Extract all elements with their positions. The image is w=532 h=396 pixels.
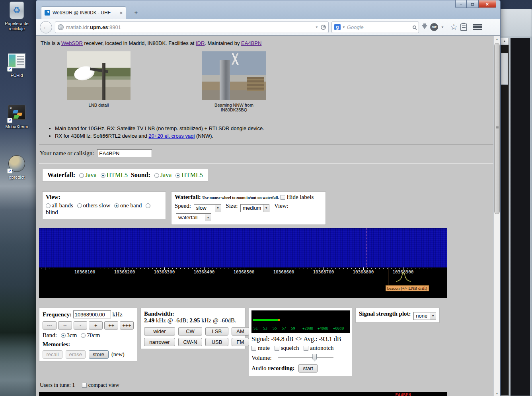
sound-java-radio[interactable]	[154, 173, 159, 178]
band-70cm-radio[interactable]	[81, 333, 86, 338]
step-up-1-button[interactable]: +	[89, 321, 103, 330]
scroll-up-icon[interactable]: ▲	[494, 36, 500, 42]
desktop-icon-recycle-bin[interactable]: ♻ Papelera de reciclaje	[1, 2, 32, 31]
cw-button[interactable]: CW	[178, 327, 202, 336]
google-engine-icon[interactable]: g	[334, 24, 341, 30]
speed-select[interactable]: slow▼	[194, 204, 221, 212]
audio-option-checkboxes: mute squelch autonotch	[251, 345, 350, 351]
view-options-box: View: all bands others slow one band bli…	[42, 191, 166, 219]
background-window-scrollbar[interactable]: ▲	[500, 38, 509, 396]
am-button[interactable]: AM	[232, 327, 249, 336]
hamburger-menu-icon[interactable]	[473, 24, 482, 30]
waterfall-java-radio[interactable]	[79, 173, 84, 178]
tab-websdr[interactable]: WebSDR @ IN80DK - UHF ×	[41, 6, 126, 19]
compact-view-checkbox[interactable]	[82, 383, 87, 388]
search-bar[interactable]: g ▼ Google	[331, 21, 419, 33]
desktop-icon-gpredict[interactable]: ↗ gpredict	[1, 155, 32, 180]
erase-button[interactable]: erase	[66, 350, 86, 359]
band-3cm-label: 3cm	[67, 332, 77, 338]
step-down-2-button[interactable]: --	[58, 321, 72, 330]
site-identity-globe-icon[interactable]	[58, 24, 64, 30]
lsb-button[interactable]: LSB	[205, 327, 228, 336]
background-window-toolbar	[496, 9, 532, 37]
url-bar[interactable]: matlab.idr.upm.es:8901 ▼	[55, 21, 329, 33]
memories-row: recall erase store (new)	[43, 350, 134, 359]
usb-button[interactable]: USB	[205, 338, 228, 346]
squelch-label: squelch	[281, 345, 299, 351]
waterfall-mode-label: Waterfall:	[47, 172, 75, 178]
note-item: Main band for 10GHz. RX: Satellite TV LN…	[55, 125, 493, 131]
size-select[interactable]: medium▼	[240, 204, 269, 212]
view-blind-radio[interactable]	[146, 203, 150, 208]
cwn-button[interactable]: CW-N	[178, 338, 202, 346]
tab-title: WebSDR @ IN80DK - UHF	[53, 10, 117, 16]
waterfall-spectrum[interactable]	[39, 228, 447, 267]
background-window[interactable]: ▲	[496, 9, 532, 396]
ea4bpn-link[interactable]: EA4BPN	[241, 40, 261, 46]
scroll-up-icon[interactable]: ▲	[501, 38, 509, 45]
hide-labels-checkbox[interactable]	[281, 195, 285, 200]
volume-slider-thumb[interactable]	[312, 354, 317, 361]
view-others-slow-radio[interactable]	[77, 203, 82, 208]
band-3cm-radio[interactable]	[61, 333, 66, 338]
desktop-icon-label: FCHid	[1, 73, 32, 78]
narrower-button[interactable]: narrower	[144, 338, 175, 346]
downloads-icon[interactable]	[422, 25, 427, 32]
callsign-input[interactable]	[97, 149, 152, 157]
autonotch-checkbox[interactable]	[304, 346, 308, 351]
view-one-band-radio[interactable]	[114, 203, 119, 208]
photo-caption: LNB detail	[67, 103, 131, 107]
mute-checkbox[interactable]	[251, 346, 256, 351]
maximize-button[interactable]	[467, 0, 478, 8]
minimize-button[interactable]: –	[455, 0, 467, 8]
recall-button[interactable]: recall	[43, 350, 62, 359]
window-controls: – ×	[455, 0, 496, 8]
step-down-1-button[interactable]: -	[74, 321, 88, 330]
step-up-3-button[interactable]: +++	[120, 321, 134, 330]
signal-separator: <>	[295, 336, 302, 342]
adblock-icon[interactable]: ABP	[430, 23, 438, 31]
view-mode-select[interactable]: waterfall▼	[176, 213, 211, 221]
desktop-icon-fchid[interactable]: ↗ FCHid	[1, 53, 32, 78]
squelch-checkbox[interactable]	[275, 346, 279, 351]
view-all-bands-radio[interactable]	[46, 203, 51, 208]
url-dropdown-icon[interactable]: ▼	[315, 25, 318, 29]
step-up-2-button[interactable]: ++	[104, 321, 118, 330]
lnb-photo-image	[67, 51, 131, 100]
close-button[interactable]: ×	[478, 0, 496, 8]
sound-html5-radio[interactable]	[175, 173, 180, 178]
waterfall-display[interactable]: 10368100 10368200 10368300 10368400 1036…	[39, 228, 447, 298]
search-input[interactable]: Google	[347, 24, 411, 30]
waterfall-html5-radio[interactable]	[101, 173, 105, 178]
browser-content: This is a WebSDR receiver, located in Ma…	[36, 35, 500, 396]
band-70cm-label: 70cm	[87, 332, 100, 338]
new-tab-button[interactable]: +	[131, 8, 141, 17]
recording-start-button[interactable]: start	[298, 364, 318, 373]
websdr-link[interactable]: WebSDR	[61, 40, 83, 46]
desktop-icon-mobaxterm[interactable]: >_ ↗ MobaXterm	[1, 105, 32, 129]
page-scrollbar-thumb[interactable]	[494, 43, 500, 214]
wider-button[interactable]: wider	[144, 327, 175, 336]
idr-link[interactable]: IDR	[196, 40, 205, 46]
bookmarks-menu-icon[interactable]	[460, 23, 467, 31]
search-icon[interactable]	[413, 25, 416, 29]
tab-close-icon[interactable]: ×	[119, 10, 123, 16]
store-button[interactable]: store	[89, 350, 109, 359]
divider	[39, 144, 493, 145]
volume-slider[interactable]	[278, 355, 333, 361]
url-text[interactable]: matlab.idr.upm.es:8901	[66, 24, 313, 30]
frequency-input[interactable]	[73, 310, 111, 318]
fm-button[interactable]: FM	[232, 338, 249, 346]
reload-icon[interactable]	[321, 25, 326, 30]
signal-plot-select[interactable]: none▼	[413, 312, 436, 320]
adblock-dropdown-icon[interactable]: ▼	[441, 25, 444, 29]
background-scrollbar-thumb[interactable]	[501, 53, 508, 85]
page-scrollbar[interactable]: ▲ ▼	[493, 36, 500, 396]
yagi-link[interactable]: 20+20 el. cross yagi	[148, 133, 195, 139]
bookmark-star-icon[interactable]: ☆	[450, 23, 458, 31]
engine-dropdown-icon[interactable]: ▼	[342, 25, 345, 29]
step-down-3-button[interactable]: ---	[43, 321, 57, 330]
back-button[interactable]: ←	[40, 21, 52, 33]
scroll-down-icon[interactable]: ▼	[494, 390, 500, 396]
band-overview-scale[interactable]: EA4BPN 10368100 10368200 10368300 103684…	[39, 392, 447, 396]
